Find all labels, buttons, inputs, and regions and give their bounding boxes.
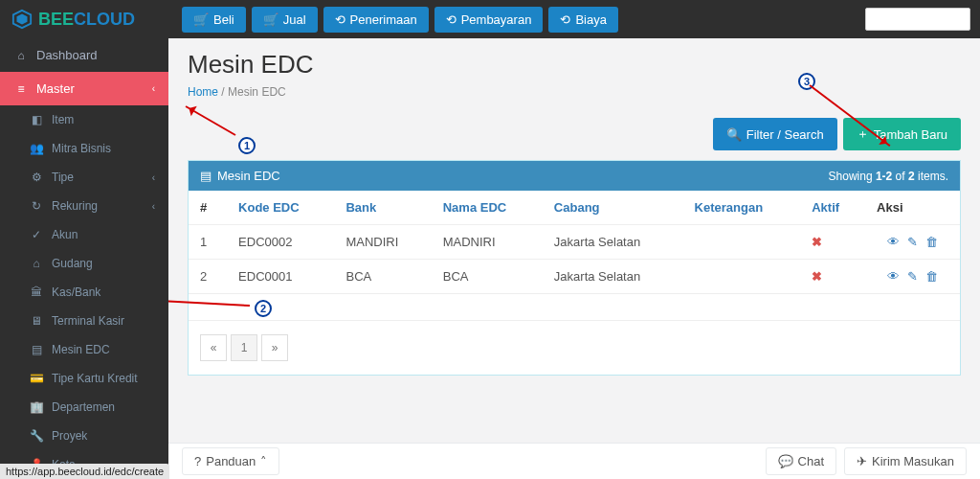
sidebar-dashboard-label: Dashboard (36, 48, 98, 62)
search-icon: 🔍 (726, 127, 742, 142)
sidebar-sub-akun[interactable]: ✓Akun (0, 220, 168, 249)
col-aktif[interactable]: Aktif (812, 200, 839, 215)
sidebar-item-dashboard[interactable]: ⌂Dashboard (0, 38, 168, 72)
search-input[interactable] (865, 8, 970, 31)
logo-icon (11, 9, 33, 30)
col-bank[interactable]: Bank (345, 200, 376, 215)
nav-biaya-label: Biaya (575, 12, 607, 27)
nav-beli-label: Beli (213, 12, 234, 27)
pager-prev[interactable]: « (200, 334, 227, 361)
sidebar: ⌂Dashboard ≡Master‹ ◧Item 👥Mitra Bisnis … (0, 38, 168, 479)
cell-kode: EDC0002 (227, 225, 334, 260)
nav-pembayaran-button[interactable]: ⟲Pembayaran (434, 7, 544, 33)
sub-tipe-label: Tipe (52, 171, 74, 184)
home-icon: ⌂ (13, 49, 29, 62)
view-icon[interactable]: 👁 (887, 269, 900, 284)
cell-nama: BCA (432, 260, 543, 294)
filter-search-button[interactable]: 🔍Filter / Search (713, 118, 837, 150)
chat-button[interactable]: 💬Chat (766, 447, 836, 475)
sub-rekuring-label: Rekuring (52, 199, 98, 213)
inactive-icon: ✖ (812, 269, 822, 284)
breadcrumb-current: Mesin EDC (228, 85, 286, 99)
sidebar-sub-kasbank[interactable]: 🏛Kas/Bank (0, 278, 168, 307)
edit-icon[interactable]: ✎ (907, 235, 918, 249)
sidebar-sub-proyek[interactable]: 🔧Proyek (0, 422, 168, 450)
cell-nama: MADNIRI (432, 225, 543, 260)
sidebar-sub-item[interactable]: ◧Item (0, 105, 168, 134)
nav-beli-button[interactable]: 🛒Beli (182, 7, 246, 33)
sub-proyek-label: Proyek (52, 429, 87, 443)
pager: « 1 » (189, 321, 960, 375)
sub-kasbank-label: Kas/Bank (52, 285, 100, 299)
pager-next[interactable]: » (261, 334, 288, 361)
data-panel: ▤Mesin EDC Showing 1-2 of 2 items. # Kod… (188, 160, 961, 376)
sidebar-sub-tipekartu[interactable]: 💳Tipe Kartu Kredit (0, 364, 168, 393)
breadcrumb-home[interactable]: Home (188, 85, 218, 99)
col-ket[interactable]: Keterangan (695, 200, 764, 215)
brand-logo[interactable]: BEECLOUD (0, 0, 168, 38)
delete-icon[interactable]: 🗑 (925, 269, 938, 284)
page-title: Mesin EDC (188, 50, 961, 80)
annotation-marker-1: 1 (238, 137, 256, 154)
annotation-marker-2: 2 (255, 300, 272, 317)
main-content: Mesin EDC Home / Mesin EDC 🔍Filter / Sea… (168, 38, 980, 479)
sidebar-sub-gudang[interactable]: ⌂Gudang (0, 249, 168, 278)
sidebar-master-label: Master (36, 81, 75, 96)
top-navbar: BEECLOUD 🛒Beli 🛒Jual ⟲Penerimaan ⟲Pembay… (0, 0, 980, 38)
sidebar-sub-mitra[interactable]: 👥Mitra Bisnis (0, 134, 168, 163)
brand-bee: BEE (38, 10, 74, 29)
sidebar-sub-rekuring[interactable]: ↻Rekuring‹ (0, 192, 168, 220)
nav-biaya-button[interactable]: ⟲Biaya (548, 7, 618, 33)
sub-item-label: Item (52, 113, 74, 126)
col-cabang[interactable]: Cabang (554, 200, 600, 215)
payment-icon: ⟲ (446, 12, 457, 27)
sidebar-sub-tipe[interactable]: ⚙Tipe‹ (0, 163, 168, 192)
cube-icon: ◧ (29, 113, 44, 126)
building-icon: 🏢 (29, 400, 44, 414)
cell-bank: BCA (334, 260, 431, 294)
footer-bar: ?Panduan ˄ 💬Chat ✈Kirim Masukan (168, 443, 980, 479)
bank-icon: 🏛 (29, 285, 44, 299)
nav-jual-button[interactable]: 🛒Jual (252, 7, 318, 33)
sub-akun-label: Akun (52, 228, 78, 241)
delete-icon[interactable]: 🗑 (925, 235, 938, 249)
sidebar-sub-mesinedc[interactable]: ▤Mesin EDC (0, 335, 168, 364)
sub-gudang-label: Gudang (52, 257, 93, 270)
kirim-button[interactable]: ✈Kirim Masukan (844, 447, 967, 475)
database-icon: ≡ (13, 82, 29, 96)
help-icon: ? (194, 454, 201, 468)
archive-icon: ⌂ (29, 257, 44, 270)
sub-departemen-label: Departemen (52, 400, 115, 414)
receipt-icon: ⟲ (335, 12, 345, 27)
nav-search (865, 8, 970, 31)
chevron-left-icon: ‹ (152, 83, 155, 94)
pager-page[interactable]: 1 (231, 334, 257, 361)
refresh-icon: ↻ (29, 199, 44, 213)
cart-icon: 🛒 (263, 12, 278, 27)
chevron-left-icon: ‹ (152, 201, 155, 212)
nav-penerimaan-button[interactable]: ⟲Penerimaan (323, 7, 429, 33)
edit-icon[interactable]: ✎ (907, 269, 918, 284)
sidebar-sub-terminal[interactable]: 🖥Terminal Kasir (0, 307, 168, 335)
sidebar-sub-departemen[interactable]: 🏢Departemen (0, 393, 168, 422)
nav-pembayaran-label: Pembayaran (461, 12, 532, 27)
view-icon[interactable]: 👁 (887, 235, 900, 249)
sub-mitra-label: Mitra Bisnis (52, 142, 111, 155)
col-nama[interactable]: Nama EDC (443, 200, 506, 215)
send-icon: ✈ (857, 454, 867, 468)
cell-bank: MANDIRI (334, 225, 431, 260)
users-icon: 👥 (29, 142, 44, 155)
breadcrumb: Home / Mesin EDC (188, 85, 961, 99)
col-kode[interactable]: Kode EDC (238, 200, 300, 215)
nav-buttons: 🛒Beli 🛒Jual ⟲Penerimaan ⟲Pembayaran ⟲Bia… (182, 7, 618, 33)
panduan-button[interactable]: ?Panduan ˄ (182, 447, 279, 475)
sidebar-item-master[interactable]: ≡Master‹ (0, 72, 168, 105)
table-row: 2 EDC0001 BCA BCA Jakarta Selatan ✖ 👁✎🗑 (189, 260, 960, 294)
credit-card-icon: 💳 (29, 372, 44, 385)
cell-cabang: Jakarta Selatan (543, 225, 683, 260)
cell-num: 2 (189, 260, 227, 294)
cell-num: 1 (189, 225, 227, 260)
nav-jual-label: Jual (283, 12, 306, 27)
sitemap-icon: ⚙ (29, 171, 44, 184)
col-num: # (189, 191, 227, 225)
